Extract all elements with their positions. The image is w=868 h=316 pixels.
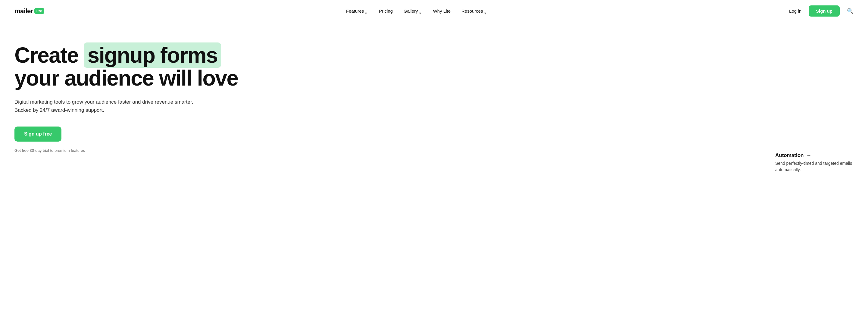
chevron-down-icon — [484, 10, 487, 12]
nav-right: Log in Sign up 🔍 — [789, 5, 854, 17]
nav-link-pricing[interactable]: Pricing — [379, 8, 393, 13]
logo-badge: lite — [34, 8, 44, 14]
chevron-down-icon — [365, 10, 368, 12]
login-link[interactable]: Log in — [789, 8, 801, 13]
nav-link-whylite[interactable]: Why Lite — [433, 8, 451, 13]
headline-highlight: signup forms — [84, 42, 221, 68]
nav-item-resources[interactable]: Resources — [461, 8, 487, 13]
navigation: mailer lite Features Pricing Gallery Why… — [0, 0, 868, 22]
hero-content: Create signup forms your audience will l… — [0, 22, 271, 171]
search-icon[interactable]: 🔍 — [847, 8, 854, 14]
feature-card-title: Automation → — [775, 152, 854, 158]
nav-item-gallery[interactable]: Gallery — [404, 8, 422, 13]
nav-links: Features Pricing Gallery Why Lite Resour… — [346, 8, 487, 13]
logo[interactable]: mailer lite — [14, 7, 44, 15]
automation-feature-card: Automation → Send perfectly-timed and ta… — [775, 152, 854, 173]
hero-free-note: Get free 30-day trial to premium feature… — [14, 148, 257, 153]
hero-section: Create signup forms your audience will l… — [0, 22, 868, 179]
nav-item-features[interactable]: Features — [346, 8, 368, 13]
headline-suffix: your audience will love — [14, 66, 238, 90]
nav-item-pricing[interactable]: Pricing — [379, 8, 393, 13]
nav-link-features[interactable]: Features — [346, 8, 368, 13]
arrow-icon: → — [806, 152, 811, 158]
logo-text: mailer — [14, 7, 33, 15]
hero-headline: Create signup forms your audience will l… — [14, 44, 257, 90]
headline-prefix: Create — [14, 43, 78, 67]
chevron-down-icon — [419, 10, 422, 12]
hero-cta-wrap: Sign up free Get free 30-day trial to pr… — [14, 127, 257, 153]
nav-link-resources[interactable]: Resources — [461, 8, 487, 13]
hero-subtitle: Digital marketing tools to grow your aud… — [14, 98, 207, 114]
nav-item-whylite[interactable]: Why Lite — [433, 8, 451, 13]
hero-cta-button[interactable]: Sign up free — [14, 127, 61, 141]
signup-button[interactable]: Sign up — [809, 5, 840, 17]
nav-link-gallery[interactable]: Gallery — [404, 8, 422, 13]
feature-card-desc: Send perfectly-timed and targeted emails… — [775, 160, 854, 173]
